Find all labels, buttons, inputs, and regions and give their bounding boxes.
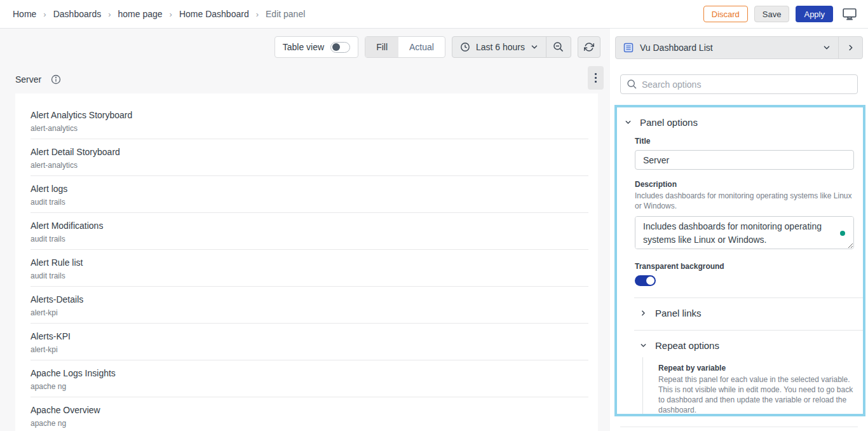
- search-icon: [627, 79, 637, 90]
- time-range-label: Last 6 hours: [476, 42, 525, 52]
- panel-options-label: Panel options: [640, 117, 698, 128]
- chevron-right-icon: [640, 310, 647, 317]
- clock-icon: [460, 42, 470, 52]
- status-dot: [840, 231, 845, 236]
- repeat-options-header[interactable]: Repeat options: [617, 331, 863, 351]
- zoom-out-button[interactable]: [546, 37, 571, 57]
- dashboard-list: Alert Analytics Storyboard alert-analyti…: [15, 93, 598, 431]
- description-textarea[interactable]: Includes dashboards for monitoring opera…: [635, 216, 854, 249]
- breadcrumb-home-page[interactable]: home page: [118, 9, 163, 19]
- discard-button[interactable]: Discard: [703, 6, 748, 22]
- fill-actual-segment: Fill Actual: [365, 36, 445, 58]
- time-range-group: Last 6 hours: [452, 36, 571, 58]
- table-view-switch[interactable]: [330, 42, 350, 53]
- title-input[interactable]: [635, 150, 854, 170]
- dashboard-link[interactable]: Alerts-Details: [31, 294, 583, 304]
- refresh-button[interactable]: [578, 36, 600, 58]
- repeat-by-variable-label: Repeat by variable: [658, 364, 854, 373]
- panel-links-label: Panel links: [655, 308, 702, 318]
- list-item[interactable]: Apache Overview apache ng: [15, 397, 598, 431]
- panel-links-header[interactable]: Panel links: [617, 298, 863, 318]
- panel-menu-button[interactable]: [588, 66, 604, 90]
- list-item[interactable]: Alert Analytics Storyboard alert-analyti…: [15, 102, 598, 139]
- app-header: Home › Dashboards › home page › Home Das…: [0, 0, 868, 29]
- breadcrumb-edit-panel: Edit panel: [266, 9, 305, 19]
- options-search: [620, 74, 858, 94]
- repeat-options-label: Repeat options: [655, 340, 719, 351]
- breadcrumb-separator: ›: [170, 10, 172, 19]
- monitor-icon[interactable]: [843, 8, 857, 20]
- dashboard-link[interactable]: Alert logs: [31, 184, 583, 194]
- dashboard-folder: audit trails: [31, 235, 583, 243]
- dashboard-link[interactable]: Apache Overview: [31, 405, 583, 415]
- dashboard-link[interactable]: Alert Modifications: [31, 221, 583, 231]
- title-label: Title: [635, 137, 854, 146]
- breadcrumb-separator: ›: [43, 10, 46, 19]
- chevron-down-icon: [625, 119, 632, 126]
- fill-tab[interactable]: Fill: [365, 37, 398, 57]
- save-button[interactable]: Save: [754, 6, 790, 22]
- dashboard-folder: alert-kpi: [31, 308, 583, 317]
- breadcrumb-dashboards[interactable]: Dashboards: [53, 9, 102, 19]
- breadcrumb-separator: ›: [256, 10, 259, 19]
- dashboard-link[interactable]: Apache Logs Insights: [31, 368, 583, 378]
- dashboard-folder: apache ng: [31, 382, 583, 391]
- collapse-pane-button[interactable]: [838, 37, 862, 58]
- description-label: Description: [635, 180, 854, 189]
- panel-header: Server: [15, 68, 61, 91]
- info-icon[interactable]: [51, 74, 61, 85]
- panel-options-header[interactable]: Panel options: [617, 107, 863, 128]
- list-item[interactable]: Alerts-KPI alert-kpi: [15, 324, 598, 360]
- visualization-picker: Vu Dashboard List: [615, 36, 863, 59]
- breadcrumb-home[interactable]: Home: [13, 9, 36, 19]
- list-item[interactable]: Alert Modifications audit trails: [15, 213, 598, 250]
- dashboard-folder: alert-analytics: [31, 124, 583, 133]
- dashboard-list-icon: [623, 43, 634, 53]
- apply-button[interactable]: Apply: [796, 6, 833, 22]
- header-actions: Discard Save Apply: [703, 6, 857, 22]
- list-item[interactable]: Alert logs audit trails: [15, 176, 598, 213]
- dashboard-folder: alert-kpi: [31, 345, 583, 354]
- edit-panel-content: Table view Fill Actual Last 6 hours: [0, 29, 610, 431]
- transparent-background-label: Transparent background: [635, 262, 854, 271]
- dashboard-folder: alert-analytics: [31, 161, 583, 170]
- search-input[interactable]: [620, 74, 858, 94]
- visualization-select[interactable]: Vu Dashboard List: [616, 37, 838, 58]
- visualization-name: Vu Dashboard List: [640, 43, 817, 53]
- chevron-down-icon: [823, 44, 831, 51]
- description-help-text: Includes dashboards for monitoring opera…: [635, 191, 854, 211]
- options-sidebar: Vu Dashboard List Panel options Title: [610, 29, 868, 431]
- list-item[interactable]: Alerts-Details alert-kpi: [15, 287, 598, 324]
- list-item[interactable]: Apache Logs Insights apache ng: [15, 360, 598, 397]
- repeat-by-variable-help: Repeat this panel for each value in the …: [658, 374, 854, 415]
- panel-options-section: Panel options Title Description Includes…: [614, 105, 865, 416]
- time-range-picker[interactable]: Last 6 hours: [452, 37, 546, 57]
- table-view-label: Table view: [283, 42, 324, 52]
- dashboard-link[interactable]: Alert Analytics Storyboard: [31, 110, 583, 120]
- dashboard-folder: apache ng: [31, 419, 583, 428]
- divider: [620, 427, 858, 427]
- panel-title: Server: [15, 74, 41, 85]
- breadcrumb: Home › Dashboards › home page › Home Das…: [13, 9, 305, 19]
- panel-options-fields: Title Description Includes dashboards fo…: [617, 137, 863, 286]
- panel-toolbar: Table view Fill Actual Last 6 hours: [275, 36, 600, 58]
- chevron-down-icon: [531, 43, 538, 51]
- dashboard-link[interactable]: Alert Detail Storyboard: [31, 147, 583, 157]
- list-item[interactable]: Alert Rule list audit trails: [15, 250, 598, 287]
- repeat-options-body: Repeat by variable Repeat this panel for…: [642, 357, 854, 416]
- dashboard-link[interactable]: Alerts-KPI: [31, 331, 583, 341]
- breadcrumb-home-dashboard[interactable]: Home Dashboard: [179, 9, 249, 19]
- actual-tab[interactable]: Actual: [398, 37, 445, 57]
- dashboard-link[interactable]: Alert Rule list: [31, 257, 583, 268]
- chevron-down-icon: [640, 342, 647, 349]
- transparent-background-switch[interactable]: [635, 275, 656, 286]
- list-item[interactable]: Alert Detail Storyboard alert-analytics: [15, 139, 598, 176]
- dashboard-folder: audit trails: [31, 198, 583, 207]
- dashboard-list-panel: Alert Analytics Storyboard alert-analyti…: [15, 93, 598, 431]
- dashboard-folder: audit trails: [31, 271, 583, 280]
- breadcrumb-separator: ›: [108, 10, 111, 19]
- table-view-toggle[interactable]: Table view: [275, 36, 358, 58]
